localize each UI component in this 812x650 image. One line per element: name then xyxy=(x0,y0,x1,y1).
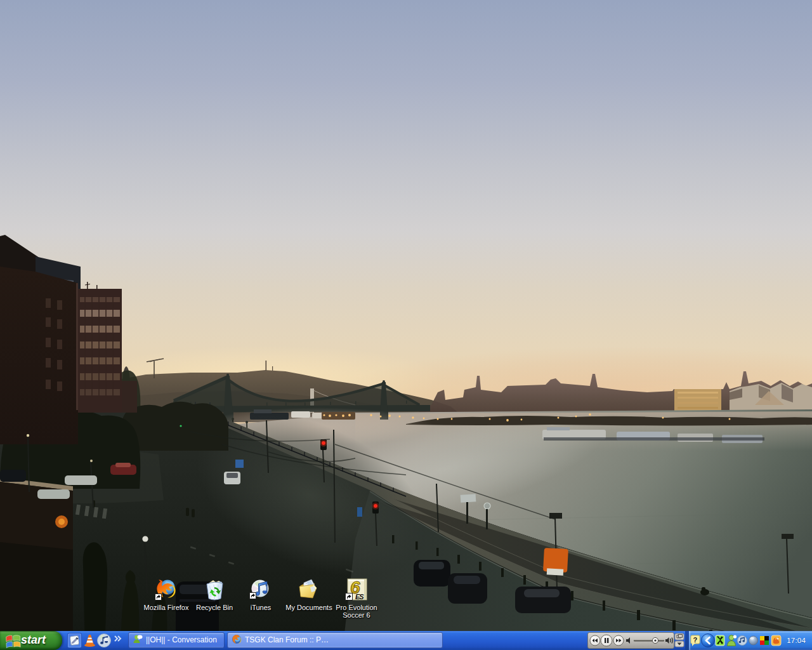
svg-text:?: ? xyxy=(693,636,697,644)
svg-text:ES: ES xyxy=(355,593,364,600)
